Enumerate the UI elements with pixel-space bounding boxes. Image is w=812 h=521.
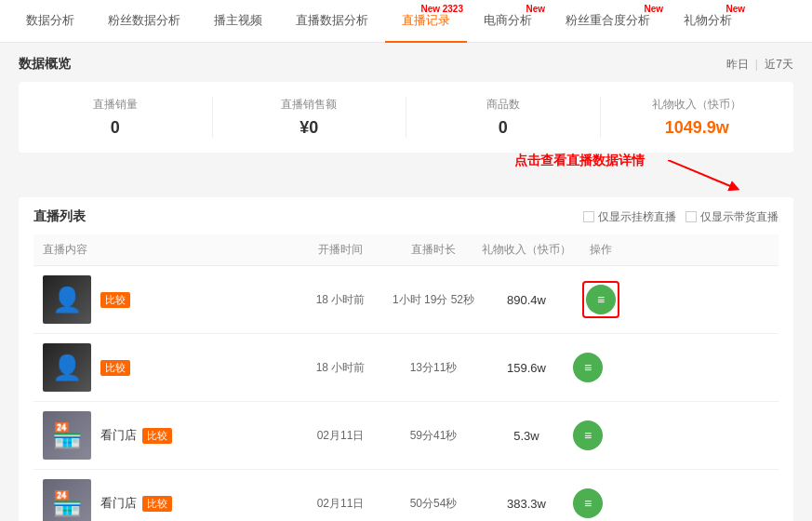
- tab-data-analysis[interactable]: 数据分析: [9, 0, 91, 43]
- title-tags-row4: 看门店 比较: [100, 495, 172, 512]
- thumbnail-row4: 🏪: [43, 479, 91, 521]
- tag-compare-row3[interactable]: 比较: [142, 428, 172, 444]
- tag-compare-row1[interactable]: 比较: [100, 292, 130, 308]
- live-list-section: 直播列表 仅显示挂榜直播 仅显示带货直播 直播内容 开播时间 直播时长 礼物收入…: [19, 197, 793, 521]
- new-badge-ecom: New: [526, 4, 545, 14]
- checkbox-goods[interactable]: [686, 211, 697, 222]
- duration-cell-row2: 13分11秒: [387, 360, 480, 376]
- new-badge-fans-overlap: New: [644, 4, 663, 14]
- thumb-img-row1: 👤: [43, 275, 91, 324]
- stat-sales-revenue: 直播销售额 ¥0: [213, 97, 407, 138]
- tag-compare-row4[interactable]: 比较: [142, 496, 172, 512]
- stats-card: 直播销量 0 直播销售额 ¥0 商品数 0 礼物收入（快币） 1049.9w: [19, 82, 793, 153]
- start-cell-row1: 18 小时前: [294, 292, 387, 308]
- thumb-img-row2: 👤: [43, 343, 91, 392]
- stat-gift-income-value: 1049.9w: [610, 118, 785, 138]
- stat-sales-count-value: 0: [28, 118, 203, 138]
- action-cell-row2: ≡: [573, 353, 629, 382]
- date-filter: 昨日 | 近7天: [726, 57, 794, 73]
- gift-cell-row1: 890.4w: [480, 293, 573, 307]
- tab-ecom-data[interactable]: 电商分析 New: [467, 0, 549, 43]
- gift-cell-row4: 383.3w: [480, 497, 573, 511]
- table-row: 👤 比较 18 小时前 13分11秒 159.6w ≡: [33, 334, 779, 402]
- table-row: 👤 比较 18 小时前 1小时 19分 52秒 890.4w ≡: [33, 266, 779, 334]
- table-row: 🏪 看门店 比较 02月11日 50分54秒 383.3w ≡: [33, 470, 779, 521]
- overview-header: 数据概览 昨日 | 近7天: [19, 56, 793, 73]
- tab-gift-analysis[interactable]: 礼物分析 New: [667, 0, 749, 43]
- thumb-img-row4: 🏪: [43, 479, 91, 521]
- action-btn-wrapper-row1: ≡: [586, 285, 616, 314]
- list-title: 直播列表: [33, 208, 86, 225]
- action-btn-row1[interactable]: ≡: [586, 285, 616, 314]
- filter-options: 仅显示挂榜直播 仅显示带货直播: [583, 209, 779, 225]
- stat-product-count-value: 0: [416, 118, 591, 138]
- thumbnail-row2: 👤: [43, 343, 91, 392]
- content-cell-row1: 👤 比较: [33, 275, 294, 324]
- duration-cell-row1: 1小时 19分 52秒: [387, 292, 480, 308]
- filter-yesterday[interactable]: 昨日: [726, 58, 749, 71]
- start-cell-row3: 02月11日: [294, 428, 387, 444]
- duration-cell-row4: 50分54秒: [387, 496, 480, 512]
- checkbox-hanging[interactable]: [583, 211, 594, 222]
- filter-hanging[interactable]: 仅显示挂榜直播: [583, 209, 676, 225]
- action-btn-row3[interactable]: ≡: [573, 421, 603, 450]
- tab-streamer-video[interactable]: 播主视频: [197, 0, 279, 43]
- col-header-gift: 礼物收入（快币）: [480, 242, 573, 258]
- tooltip-area: 点击查看直播数据详情: [19, 153, 793, 190]
- overview-title: 数据概览: [19, 56, 71, 73]
- content-cell-row3: 🏪 看门店 比较: [33, 411, 294, 460]
- nav-tabs: 数据分析 粉丝数据分析 播主视频 直播数据分析 直播记录 New 2323 电商…: [0, 0, 812, 43]
- action-cell-row3: ≡: [573, 421, 629, 450]
- col-header-action: 操作: [573, 242, 629, 258]
- gift-cell-row2: 159.6w: [480, 361, 573, 375]
- tab-live-data[interactable]: 直播数据分析: [279, 0, 385, 43]
- stat-product-count: 商品数 0: [406, 97, 601, 138]
- tooltip-text: 点击查看直播数据详情: [514, 153, 645, 169]
- thumb-img-row3: 🏪: [43, 411, 91, 460]
- action-btn-row2[interactable]: ≡: [573, 353, 603, 382]
- start-cell-row4: 02月11日: [294, 496, 387, 512]
- list-header: 直播列表 仅显示挂榜直播 仅显示带货直播: [33, 208, 779, 225]
- table-row: 🏪 看门店 比较 02月11日 59分41秒 5.3w ≡: [33, 402, 779, 470]
- new-badge-live-record: New 2323: [420, 4, 463, 14]
- action-cell-row4: ≡: [573, 488, 629, 518]
- main-content: 数据概览 昨日 | 近7天 直播销量 0 直播销售额 ¥0 商品数 0 礼物收入…: [0, 43, 812, 521]
- filter-sep: |: [755, 58, 758, 71]
- content-cell-row2: 👤 比较: [33, 343, 294, 392]
- new-badge-gift: New: [725, 4, 745, 14]
- col-header-duration: 直播时长: [387, 242, 480, 258]
- title-tags-row1: 比较: [100, 292, 130, 308]
- stat-sales-revenue-label: 直播销售额: [222, 97, 397, 113]
- table-header: 直播内容 开播时间 直播时长 礼物收入（快币） 操作: [33, 234, 779, 266]
- start-cell-row2: 18 小时前: [294, 360, 387, 376]
- room-title-row4: 看门店: [100, 495, 137, 512]
- title-tags-row3: 看门店 比较: [100, 427, 172, 444]
- stat-product-count-label: 商品数: [416, 97, 591, 113]
- tooltip-arrow: [668, 160, 742, 197]
- thumbnail-row3: 🏪: [43, 411, 91, 460]
- action-btn-row4[interactable]: ≡: [573, 488, 603, 518]
- filter-goods-label: 仅显示带货直播: [700, 209, 779, 225]
- stat-gift-income: 礼物收入（快币） 1049.9w: [601, 97, 794, 138]
- filter-goods[interactable]: 仅显示带货直播: [686, 209, 779, 225]
- thumbnail-row1: 👤: [43, 275, 91, 324]
- tab-fans-data[interactable]: 粉丝数据分析: [91, 0, 197, 43]
- tab-fans-overlap[interactable]: 粉丝重合度分析 New: [549, 0, 667, 43]
- content-cell-row4: 🏪 看门店 比较: [33, 479, 294, 521]
- stat-sales-count: 直播销量 0: [19, 97, 213, 138]
- stat-gift-income-label: 礼物收入（快币）: [610, 97, 785, 113]
- svg-line-1: [668, 160, 735, 188]
- filter-last7[interactable]: 近7天: [765, 58, 793, 71]
- stat-sales-count-label: 直播销量: [28, 97, 203, 113]
- col-header-start: 开播时间: [294, 242, 387, 258]
- gift-cell-row3: 5.3w: [480, 429, 573, 443]
- tag-compare-row2[interactable]: 比较: [100, 360, 130, 376]
- room-title-row3: 看门店: [100, 427, 137, 444]
- tab-live-record[interactable]: 直播记录 New 2323: [385, 0, 467, 43]
- title-tags-row2: 比较: [100, 360, 130, 376]
- action-cell-row1: ≡: [573, 285, 629, 314]
- filter-hanging-label: 仅显示挂榜直播: [598, 209, 676, 225]
- duration-cell-row3: 59分41秒: [387, 428, 480, 444]
- col-header-content: 直播内容: [33, 242, 294, 258]
- stat-sales-revenue-value: ¥0: [222, 118, 397, 138]
